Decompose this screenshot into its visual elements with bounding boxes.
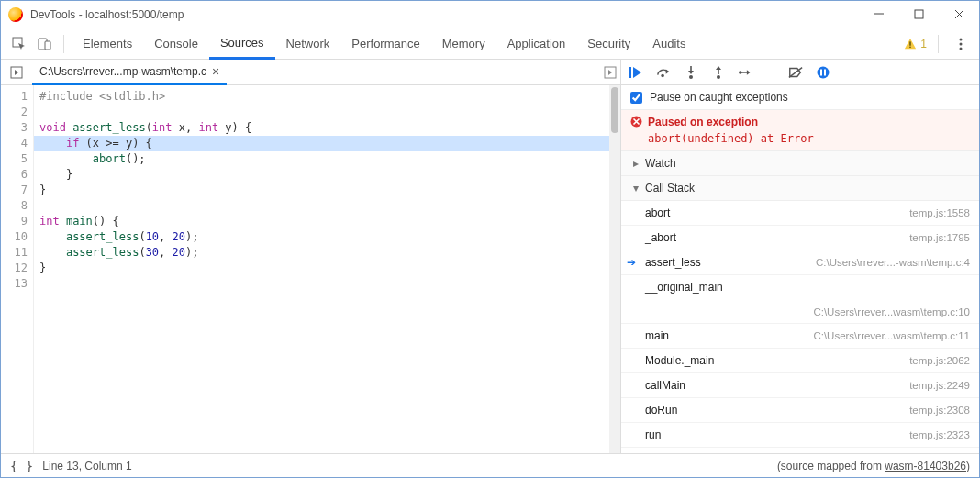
chevron-right-icon: ▸ [630, 157, 641, 170]
callstack-frame[interactable]: mainC:\Users\rrever...wasm\temp.c:11 [621, 324, 979, 349]
callstack-frame[interactable]: ➔assert_lessC:\Users\rrever...-wasm\temp… [621, 250, 979, 275]
panel-tabs: ElementsConsoleSourcesNetworkPerformance… [1, 28, 979, 60]
svg-point-16 [818, 66, 830, 78]
callstack-frame[interactable]: _aborttemp.js:1795 [621, 226, 979, 250]
svg-point-7 [960, 42, 963, 45]
window-title: DevTools - localhost:5000/temp [30, 8, 184, 21]
step-out-icon[interactable] [711, 65, 726, 80]
callstack-frame[interactable]: aborttemp.js:1558 [621, 201, 979, 226]
callstack-list: aborttemp.js:1558_aborttemp.js:1795➔asse… [621, 201, 979, 453]
navigator-toggle-icon[interactable] [6, 62, 27, 83]
svg-rect-3 [45, 41, 50, 50]
step-over-icon[interactable] [656, 65, 671, 80]
tab-memory[interactable]: Memory [431, 28, 496, 60]
pause-on-exceptions-icon[interactable] [816, 65, 830, 80]
callstack-frame[interactable]: Module._maintemp.js:2062 [621, 349, 979, 373]
frame-location: C:\Users\rrever...wasm\temp.c:11 [813, 330, 970, 341]
editor-scrollbar[interactable] [609, 85, 620, 453]
pretty-print-icon[interactable]: { } [10, 459, 33, 473]
pause-on-caught-row[interactable]: Pause on caught exceptions [621, 85, 979, 110]
step-icon[interactable] [739, 65, 753, 80]
tab-audits[interactable]: Audits [641, 28, 696, 60]
status-bar: { } Line 13, Column 1 (source mapped fro… [1, 453, 979, 477]
tab-sources[interactable]: Sources [209, 28, 275, 60]
chevron-down-icon: ▾ [630, 182, 641, 195]
debugger-sidebar: Pause on caught exceptions Paused on exc… [621, 85, 979, 453]
file-tab[interactable]: C:\Users\rrever...mp-wasm\temp.c × [32, 60, 227, 85]
frame-function: run [645, 428, 661, 441]
pause-on-caught-label: Pause on caught exceptions [650, 91, 788, 104]
callstack-frame[interactable]: callMaintemp.js:2249 [621, 373, 979, 398]
watch-label: Watch [645, 157, 676, 170]
minimize-button[interactable] [858, 1, 898, 28]
current-frame-icon: ➔ [627, 256, 636, 269]
svg-rect-4 [910, 41, 911, 45]
close-button[interactable] [939, 1, 979, 28]
maximize-button[interactable] [898, 1, 939, 28]
titlebar: DevTools - localhost:5000/temp [1, 1, 979, 28]
tab-console[interactable]: Console [143, 28, 209, 60]
file-tab-path: C:\Users\rrever...mp-wasm\temp.c [39, 65, 206, 78]
callstack-frame[interactable]: runtemp.js:2323 [621, 423, 979, 448]
more-tabs-icon[interactable] [600, 62, 620, 83]
tab-elements[interactable]: Elements [72, 28, 143, 60]
svg-rect-0 [915, 10, 923, 18]
sources-toolbar: C:\Users\rrever...mp-wasm\temp.c × [1, 60, 979, 85]
callstack-frame[interactable]: doRuntemp.js:2308 [621, 398, 979, 423]
device-toolbar-icon[interactable] [34, 33, 56, 55]
inspect-element-icon[interactable] [8, 33, 30, 55]
callstack-frame[interactable]: __original_mainC:\Users\rrever...wasm\te… [621, 275, 979, 324]
tab-network[interactable]: Network [275, 28, 341, 60]
frame-location: temp.js:2308 [909, 405, 970, 416]
frame-function: __original_main [645, 281, 970, 294]
more-menu[interactable] [950, 33, 972, 55]
pause-on-caught-checkbox[interactable] [630, 92, 642, 104]
paused-message: abort(undefined) at Error [648, 132, 814, 145]
svg-point-14 [717, 75, 720, 79]
error-icon [630, 116, 642, 130]
frame-location: temp.js:2323 [909, 429, 970, 440]
callstack-label: Call Stack [645, 182, 695, 195]
svg-point-8 [960, 47, 963, 50]
warnings-badge[interactable]: 1 [904, 38, 927, 50]
frame-function: callMain [645, 379, 685, 392]
frame-location: temp.js:1795 [909, 232, 970, 243]
close-tab-icon[interactable]: × [212, 64, 219, 79]
frame-function: abort [645, 206, 670, 219]
frame-location: C:\Users\rrever...-wasm\temp.c:4 [816, 257, 970, 268]
frame-function: assert_less [645, 256, 701, 269]
frame-location: temp.js:2249 [909, 380, 970, 391]
editor: 12345678910111213 #include <stdlib.h> vo… [1, 85, 621, 453]
step-into-icon[interactable] [684, 65, 698, 80]
paused-title: Paused on exception [648, 116, 814, 128]
svg-rect-11 [629, 67, 631, 78]
frame-location: C:\Users\rrever...wasm\temp.c:10 [813, 306, 970, 317]
app-icon [8, 7, 23, 22]
callstack-section[interactable]: ▾ Call Stack [621, 176, 979, 201]
source-map-link[interactable]: wasm-81403b26 [885, 460, 966, 472]
source-code[interactable]: #include <stdlib.h> void assert_less(int… [34, 85, 609, 453]
frame-location: temp.js:1558 [909, 207, 970, 218]
source-map-info: (source mapped from wasm-81403b26) [777, 460, 970, 472]
watch-section[interactable]: ▸ Watch [621, 151, 979, 176]
tab-security[interactable]: Security [576, 28, 641, 60]
svg-point-13 [689, 75, 693, 79]
frame-function: doRun [645, 404, 677, 417]
tab-performance[interactable]: Performance [340, 28, 430, 60]
deactivate-breakpoints-icon[interactable] [788, 65, 803, 80]
line-gutter: 12345678910111213 [1, 85, 34, 453]
svg-rect-17 [820, 69, 822, 75]
svg-point-12 [661, 73, 664, 77]
debugger-toolbar [621, 60, 979, 84]
warnings-count: 1 [920, 38, 927, 50]
paused-banner: Paused on exception abort(undefined) at … [621, 110, 979, 151]
tab-application[interactable]: Application [496, 28, 577, 60]
main-split: 12345678910111213 #include <stdlib.h> vo… [1, 85, 979, 453]
frame-function: _abort [645, 231, 676, 244]
frame-function: Module._main [645, 354, 714, 367]
svg-rect-18 [824, 69, 826, 75]
cursor-position: Line 13, Column 1 [42, 460, 131, 472]
svg-point-6 [960, 38, 963, 40]
svg-point-15 [739, 71, 742, 74]
resume-icon[interactable] [629, 65, 643, 80]
